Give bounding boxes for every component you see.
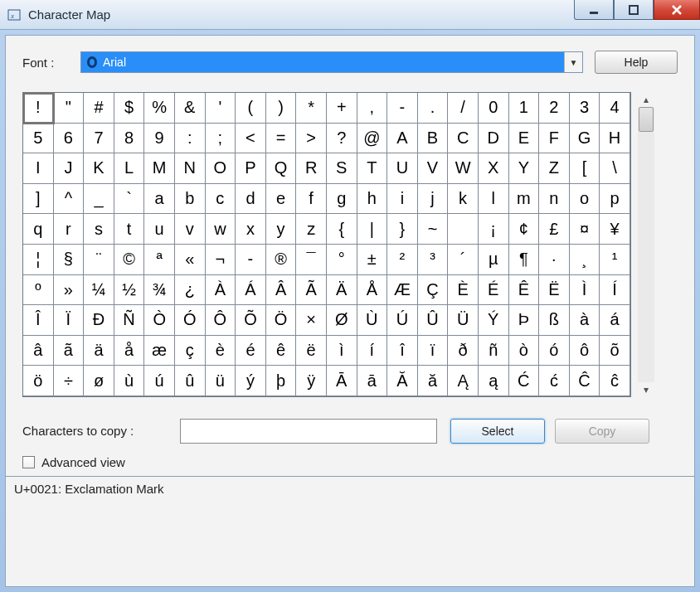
character-cell[interactable]: ¬ bbox=[206, 245, 236, 275]
character-cell[interactable]: 1 bbox=[509, 93, 540, 124]
character-cell[interactable]: × bbox=[296, 305, 327, 336]
character-cell[interactable]: Ô bbox=[206, 305, 236, 336]
character-grid[interactable]: !"#$%&'()*+,-./0123456789:;<=>?@ABCDEFGH… bbox=[22, 92, 631, 397]
character-cell[interactable]: . bbox=[418, 93, 449, 124]
character-cell[interactable]: £ bbox=[539, 214, 570, 245]
character-cell[interactable]: ò bbox=[509, 336, 540, 366]
character-cell[interactable]: î bbox=[387, 336, 418, 366]
character-cell[interactable]: ^ bbox=[54, 184, 85, 215]
character-cell[interactable]: q bbox=[23, 214, 54, 245]
character-cell[interactable]: 8 bbox=[114, 124, 145, 154]
character-cell[interactable]: ć bbox=[539, 366, 570, 396]
character-cell[interactable]: Â bbox=[266, 275, 297, 306]
character-cell[interactable]: ü bbox=[206, 366, 236, 396]
character-cell[interactable]: ' bbox=[206, 93, 236, 124]
character-cell[interactable]: ý bbox=[236, 366, 266, 396]
character-cell[interactable]: µ bbox=[479, 245, 509, 275]
character-cell[interactable]: & bbox=[175, 93, 206, 124]
character-cell[interactable]: Ă bbox=[387, 366, 418, 396]
character-cell[interactable]: Ï bbox=[54, 305, 85, 336]
character-cell[interactable]: P bbox=[236, 153, 266, 184]
character-cell[interactable]: _ bbox=[84, 184, 114, 215]
character-cell[interactable]: Å bbox=[357, 275, 388, 306]
character-cell[interactable]: ¼ bbox=[84, 275, 114, 306]
character-cell[interactable]: 3 bbox=[570, 93, 600, 124]
character-cell[interactable]: I bbox=[23, 153, 54, 184]
character-cell[interactable]: ã bbox=[54, 336, 85, 366]
character-cell[interactable]: \ bbox=[600, 153, 630, 184]
character-cell[interactable]: : bbox=[175, 124, 206, 154]
character-cell[interactable] bbox=[448, 214, 479, 245]
character-cell[interactable]: ¿ bbox=[175, 275, 206, 306]
character-cell[interactable]: þ bbox=[266, 366, 297, 396]
character-cell[interactable]: ( bbox=[236, 93, 266, 124]
character-cell[interactable]: ñ bbox=[479, 336, 509, 366]
character-cell[interactable]: Q bbox=[266, 153, 297, 184]
character-cell[interactable]: ? bbox=[327, 124, 357, 154]
character-cell[interactable]: E bbox=[509, 124, 540, 154]
character-cell[interactable]: 5 bbox=[23, 124, 54, 154]
character-cell[interactable]: , bbox=[357, 93, 388, 124]
character-cell[interactable]: Ý bbox=[479, 305, 509, 336]
character-cell[interactable]: á bbox=[600, 305, 630, 336]
character-cell[interactable]: H bbox=[600, 124, 630, 154]
character-cell[interactable]: ø bbox=[84, 366, 114, 396]
character-cell[interactable]: Ã bbox=[296, 275, 327, 306]
character-cell[interactable]: C bbox=[448, 124, 479, 154]
character-cell[interactable]: É bbox=[479, 275, 509, 306]
character-cell[interactable]: < bbox=[236, 124, 266, 154]
character-cell[interactable]: ÿ bbox=[296, 366, 327, 396]
select-button[interactable]: Select bbox=[450, 419, 545, 444]
character-cell[interactable]: 2 bbox=[539, 93, 570, 124]
character-cell[interactable]: R bbox=[296, 153, 327, 184]
scroll-track[interactable] bbox=[638, 107, 654, 382]
character-cell[interactable]: G bbox=[570, 124, 600, 154]
character-cell[interactable]: ~ bbox=[418, 214, 449, 245]
chevron-down-icon[interactable]: ▼ bbox=[564, 52, 582, 72]
character-cell[interactable]: ² bbox=[387, 245, 418, 275]
character-cell[interactable]: V bbox=[418, 153, 449, 184]
character-cell[interactable]: y bbox=[266, 214, 297, 245]
character-cell[interactable]: ð bbox=[448, 336, 479, 366]
character-cell[interactable]: ï bbox=[418, 336, 449, 366]
character-cell[interactable]: â bbox=[23, 336, 54, 366]
character-cell[interactable]: ß bbox=[539, 305, 570, 336]
character-cell[interactable]: Î bbox=[23, 305, 54, 336]
character-cell[interactable]: - bbox=[387, 93, 418, 124]
character-cell[interactable]: O bbox=[206, 153, 236, 184]
character-cell[interactable]: i bbox=[387, 184, 418, 215]
character-cell[interactable]: Ö bbox=[266, 305, 297, 336]
character-cell[interactable]: ° bbox=[327, 245, 357, 275]
character-cell[interactable]: M bbox=[144, 153, 175, 184]
character-cell[interactable]: } bbox=[387, 214, 418, 245]
character-cell[interactable]: ë bbox=[296, 336, 327, 366]
close-button[interactable] bbox=[654, 0, 700, 20]
character-cell[interactable]: ¶ bbox=[509, 245, 540, 275]
character-cell[interactable]: + bbox=[327, 93, 357, 124]
character-cell[interactable]: ® bbox=[266, 245, 297, 275]
character-cell[interactable]: v bbox=[175, 214, 206, 245]
character-cell[interactable]: c bbox=[206, 184, 236, 215]
character-cell[interactable]: A bbox=[387, 124, 418, 154]
character-cell[interactable]: D bbox=[479, 124, 509, 154]
character-cell[interactable]: f bbox=[296, 184, 327, 215]
character-cell[interactable]: ¹ bbox=[600, 245, 630, 275]
scroll-thumb[interactable] bbox=[639, 107, 654, 132]
character-cell[interactable]: ì bbox=[327, 336, 357, 366]
character-cell[interactable]: Ú bbox=[387, 305, 418, 336]
character-cell[interactable]: 9 bbox=[144, 124, 175, 154]
character-cell[interactable]: ą bbox=[479, 366, 509, 396]
character-cell[interactable]: ö bbox=[23, 366, 54, 396]
copy-button[interactable]: Copy bbox=[555, 419, 649, 444]
character-cell[interactable]: í bbox=[357, 336, 388, 366]
character-cell[interactable]: © bbox=[114, 245, 145, 275]
character-cell[interactable]: ¡ bbox=[479, 214, 509, 245]
character-cell[interactable]: o bbox=[570, 184, 600, 215]
character-cell[interactable]: L bbox=[114, 153, 145, 184]
character-cell[interactable]: n bbox=[539, 184, 570, 215]
character-cell[interactable]: Ä bbox=[327, 275, 357, 306]
character-cell[interactable]: ¾ bbox=[144, 275, 175, 306]
character-cell[interactable]: F bbox=[539, 124, 570, 154]
character-cell[interactable]: ù bbox=[114, 366, 145, 396]
character-cell[interactable]: r bbox=[54, 214, 85, 245]
